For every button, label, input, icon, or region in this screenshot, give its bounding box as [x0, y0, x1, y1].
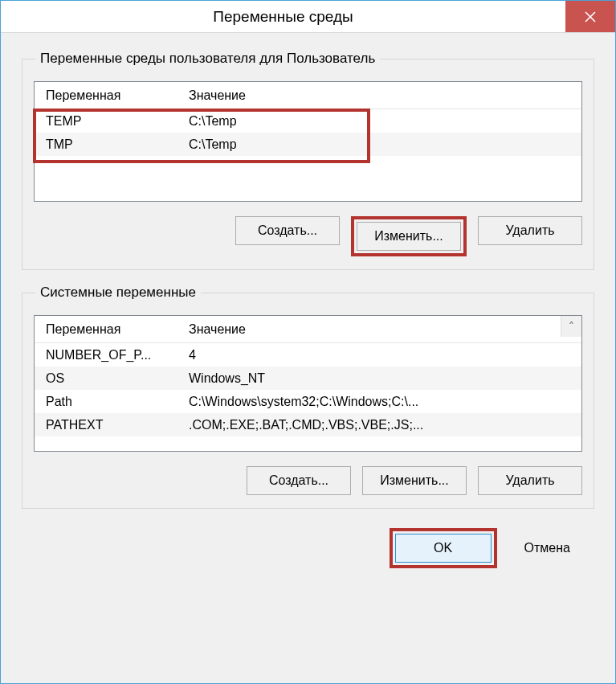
table-row[interactable]: Path C:\Windows\system32;C:\Windows;C:\.…	[35, 390, 581, 413]
dialog-body: Переменные среды пользователя для Пользо…	[1, 33, 615, 683]
highlight-annotation: Изменить...	[351, 216, 467, 256]
var-value: Windows_NT	[182, 371, 581, 386]
scroll-up-button[interactable]: ˄	[561, 316, 581, 337]
delete-button[interactable]: Удалить	[478, 466, 582, 495]
user-vars-legend: Переменные среды пользователя для Пользо…	[35, 51, 380, 67]
highlight-annotation: OK	[390, 528, 497, 568]
var-name: TEMP	[35, 114, 182, 129]
titlebar: Переменные среды	[1, 1, 615, 33]
create-button[interactable]: Создать...	[235, 216, 340, 245]
env-vars-dialog: Переменные среды Переменные среды пользо…	[0, 0, 616, 684]
var-name: OS	[35, 371, 182, 386]
var-name: Path	[35, 395, 182, 409]
close-icon	[584, 10, 597, 23]
user-vars-buttons: Создать... Изменить... Удалить	[34, 216, 582, 256]
col-value[interactable]: Значение	[182, 88, 581, 103]
table-row[interactable]: PATHEXT .COM;.EXE;.BAT;.CMD;.VBS;.VBE;.J…	[35, 413, 581, 436]
col-variable[interactable]: Переменная	[35, 88, 182, 103]
ok-button[interactable]: OK	[395, 534, 492, 563]
close-button[interactable]	[565, 1, 615, 32]
user-vars-list[interactable]: Переменная Значение TEMP C:\Temp TMP C:\…	[34, 81, 582, 202]
var-value: C:\Temp	[182, 114, 581, 129]
system-vars-list[interactable]: Переменная Значение NUMBER_OF_P... 4 OS …	[34, 315, 582, 452]
create-button[interactable]: Создать...	[247, 466, 351, 495]
var-value: 4	[182, 348, 581, 362]
system-vars-legend: Системные переменные	[35, 285, 201, 301]
col-value[interactable]: Значение	[182, 322, 581, 337]
edit-button[interactable]: Изменить...	[357, 222, 461, 251]
table-row[interactable]: TMP C:\Temp	[35, 133, 581, 156]
var-name: NUMBER_OF_P...	[35, 348, 182, 362]
chevron-up-icon: ˄	[569, 320, 574, 333]
delete-button[interactable]: Удалить	[478, 216, 582, 245]
list-header: Переменная Значение	[35, 316, 581, 343]
system-vars-group: Системные переменные Переменная Значение…	[22, 285, 594, 509]
var-name: TMP	[35, 137, 182, 152]
edit-button[interactable]: Изменить...	[362, 466, 467, 495]
table-row[interactable]: TEMP C:\Temp	[35, 109, 581, 133]
table-row[interactable]: NUMBER_OF_P... 4	[35, 343, 581, 367]
var-value: .COM;.EXE;.BAT;.CMD;.VBS;.VBE;.JS;...	[182, 418, 581, 432]
system-vars-buttons: Создать... Изменить... Удалить	[34, 466, 582, 495]
list-header: Переменная Значение	[35, 82, 581, 109]
table-row[interactable]: OS Windows_NT	[35, 367, 581, 390]
var-value: C:\Windows\system32;C:\Windows;C:\...	[182, 395, 581, 409]
var-name: PATHEXT	[35, 418, 182, 432]
window-title: Переменные среды	[1, 1, 565, 32]
user-vars-group: Переменные среды пользователя для Пользо…	[22, 51, 594, 270]
col-variable[interactable]: Переменная	[35, 322, 182, 337]
dialog-footer: OK Отмена	[22, 528, 594, 568]
var-value: C:\Temp	[182, 137, 581, 152]
cancel-button[interactable]: Отмена	[512, 534, 583, 563]
